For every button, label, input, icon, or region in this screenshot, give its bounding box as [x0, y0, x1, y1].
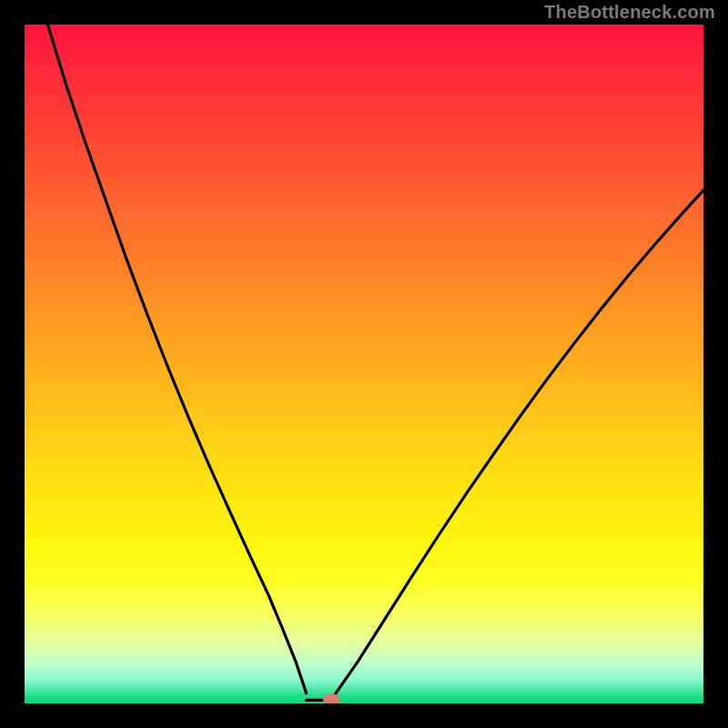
curve-right-arm [333, 190, 703, 697]
trough-marker [323, 694, 339, 704]
watermark-label: TheBottleneck.com [544, 2, 715, 23]
chart-frame: TheBottleneck.com [0, 0, 728, 728]
bottleneck-curve [25, 25, 703, 703]
plot-area [25, 25, 703, 703]
curve-left-arm [47, 25, 306, 693]
